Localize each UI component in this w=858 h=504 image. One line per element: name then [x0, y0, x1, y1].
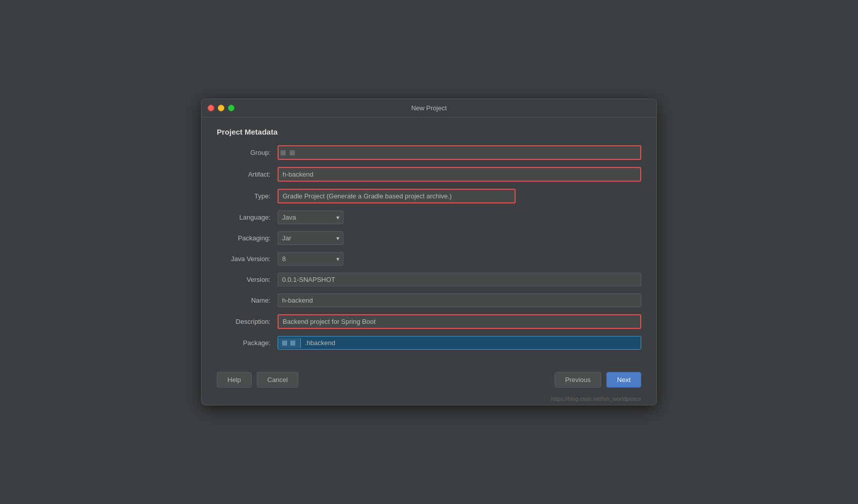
- minimize-button[interactable]: [218, 105, 224, 111]
- group-field: [278, 145, 641, 160]
- type-select-wrapper: Gradle Project (Generate a Gradle based …: [278, 189, 516, 203]
- package-prefix: [278, 338, 301, 348]
- version-row: Version:: [217, 273, 641, 286]
- type-select[interactable]: Gradle Project (Generate a Gradle based …: [278, 189, 516, 203]
- name-label: Name:: [217, 297, 278, 304]
- packaging-select[interactable]: Jar War: [278, 231, 343, 245]
- section-title: Project Metadata: [217, 128, 641, 136]
- group-box-icon1: [281, 150, 286, 155]
- description-field: [278, 314, 641, 329]
- maximize-button[interactable]: [228, 105, 235, 111]
- type-label: Type:: [217, 192, 278, 200]
- footer-left: Help Cancel: [217, 372, 298, 388]
- language-row: Language: Java Kotlin Groovy: [217, 211, 641, 224]
- language-field: Java Kotlin Groovy: [278, 211, 641, 224]
- java-version-field: 8 11 17 21: [278, 252, 641, 266]
- description-input[interactable]: [278, 314, 641, 329]
- group-input-wrapper: [278, 145, 641, 160]
- packaging-row: Packaging: Jar War: [217, 231, 641, 245]
- packaging-label: Packaging:: [217, 234, 278, 242]
- artifact-label: Artifact:: [217, 171, 278, 178]
- java-version-select-wrapper: 8 11 17 21: [278, 252, 343, 266]
- group-input[interactable]: [297, 146, 640, 159]
- next-button[interactable]: Next: [606, 372, 641, 388]
- watermark: https://blog.csdn.net/lxh_worldpeace: [202, 396, 656, 405]
- help-button[interactable]: Help: [217, 372, 252, 388]
- language-select-wrapper: Java Kotlin Groovy: [278, 211, 343, 224]
- cancel-button[interactable]: Cancel: [257, 372, 298, 388]
- package-row: Package:: [217, 336, 641, 350]
- packaging-field: Jar War: [278, 231, 641, 245]
- footer-right: Previous Next: [555, 372, 641, 388]
- language-select[interactable]: Java Kotlin Groovy: [278, 211, 343, 224]
- group-row: Group:: [217, 145, 641, 160]
- package-input-wrapper: [278, 336, 641, 350]
- packaging-select-wrapper: Jar War: [278, 231, 343, 245]
- close-button[interactable]: [208, 105, 214, 111]
- artifact-input[interactable]: [278, 167, 641, 182]
- dialog-title: New Project: [411, 104, 447, 112]
- java-version-select[interactable]: 8 11 17 21: [278, 252, 343, 266]
- package-label: Package:: [217, 339, 278, 347]
- window-controls: [208, 105, 235, 111]
- group-label: Group:: [217, 149, 278, 156]
- java-version-row: Java Version: 8 11 17 21: [217, 252, 641, 266]
- java-version-label: Java Version:: [217, 255, 278, 263]
- package-box-icon2: [290, 341, 295, 346]
- language-label: Language:: [217, 214, 278, 221]
- group-box-icon2: [290, 150, 295, 155]
- previous-button[interactable]: Previous: [555, 372, 602, 388]
- title-bar: New Project: [202, 99, 656, 117]
- name-field: [278, 293, 641, 307]
- name-row: Name:: [217, 293, 641, 307]
- package-field: [278, 336, 641, 350]
- version-label: Version:: [217, 276, 278, 283]
- new-project-dialog: New Project Project Metadata Group: Arti…: [201, 99, 657, 405]
- description-label: Description:: [217, 318, 278, 325]
- package-input[interactable]: [301, 337, 641, 349]
- type-field: Gradle Project (Generate a Gradle based …: [278, 189, 641, 203]
- artifact-field: [278, 167, 641, 182]
- package-box-icon1: [282, 341, 287, 346]
- version-field: [278, 273, 641, 286]
- dialog-footer: Help Cancel Previous Next: [202, 365, 656, 396]
- type-row: Type: Gradle Project (Generate a Gradle …: [217, 189, 641, 203]
- version-input[interactable]: [278, 273, 641, 286]
- description-row: Description:: [217, 314, 641, 329]
- name-input[interactable]: [278, 293, 641, 307]
- dialog-body: Project Metadata Group: Artifact: Type:: [202, 117, 656, 365]
- artifact-row: Artifact:: [217, 167, 641, 182]
